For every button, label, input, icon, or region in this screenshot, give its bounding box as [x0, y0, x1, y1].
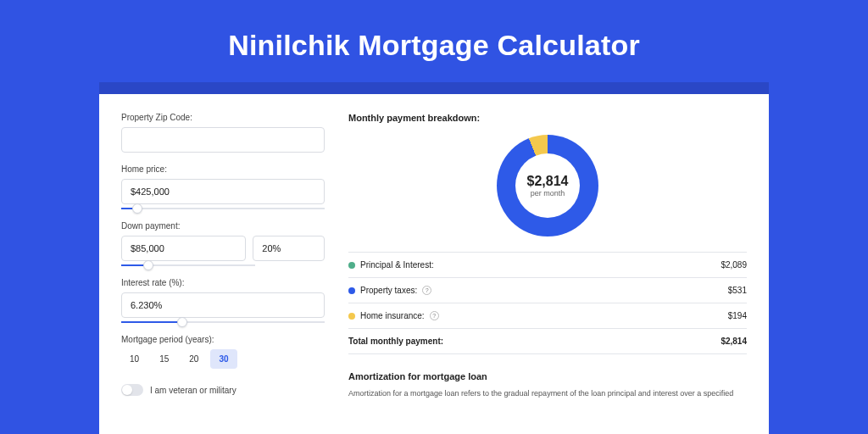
- home-price-input[interactable]: [121, 179, 325, 204]
- down-payment-field: Down payment:: [121, 221, 325, 266]
- row-value: $531: [728, 286, 747, 295]
- zip-input[interactable]: [121, 127, 325, 153]
- inputs-column: Property Zip Code: Home price: Down paym…: [121, 113, 325, 399]
- home-price-field: Home price:: [121, 164, 325, 209]
- payment-donut-chart: $2,814 per month: [497, 135, 598, 236]
- breakdown-column: Monthly payment breakdown: $2,814 per mo…: [348, 113, 747, 399]
- breakdown-row: Principal & Interest:$2,089: [348, 253, 747, 278]
- row-label: Principal & Interest:: [360, 260, 434, 270]
- period-tab-10[interactable]: 10: [121, 349, 147, 369]
- breakdown-row: Property taxes:?$531: [348, 278, 747, 303]
- down-payment-label: Down payment:: [121, 221, 325, 231]
- zip-label: Property Zip Code:: [121, 113, 325, 122]
- interest-rate-slider[interactable]: [121, 321, 325, 323]
- row-label: Property taxes:: [360, 286, 417, 295]
- period-tab-20[interactable]: 20: [181, 349, 207, 369]
- breakdown-rows: Principal & Interest:$2,089Property taxe…: [348, 252, 747, 354]
- veteran-row: I am veteran or military: [121, 384, 325, 396]
- help-icon[interactable]: ?: [422, 286, 431, 295]
- total-value: $2,814: [721, 337, 747, 346]
- down-payment-pct-input[interactable]: [253, 236, 325, 261]
- veteran-toggle[interactable]: [121, 384, 143, 396]
- row-value: $194: [728, 311, 747, 320]
- down-payment-slider[interactable]: [121, 264, 255, 266]
- mortgage-period-field: Mortgage period (years): 10152030: [121, 335, 325, 369]
- slider-thumb[interactable]: [132, 203, 142, 214]
- blue-dot-icon: [348, 287, 355, 294]
- slider-thumb[interactable]: [177, 317, 187, 327]
- slider-thumb[interactable]: [143, 260, 153, 270]
- donut-amount: $2,814: [527, 174, 569, 189]
- period-tab-15[interactable]: 15: [151, 349, 177, 369]
- page-title: Ninilchik Mortgage Calculator: [0, 29, 868, 62]
- veteran-label: I am veteran or military: [150, 386, 236, 395]
- home-price-slider[interactable]: [121, 208, 325, 209]
- breakdown-row: Home insurance:?$194: [348, 303, 747, 329]
- breakdown-title: Monthly payment breakdown:: [348, 113, 747, 123]
- mortgage-period-label: Mortgage period (years):: [121, 335, 325, 344]
- help-icon[interactable]: ?: [430, 311, 439, 320]
- interest-rate-label: Interest rate (%):: [121, 278, 325, 287]
- yellow-dot-icon: [348, 313, 355, 320]
- home-price-label: Home price:: [121, 164, 325, 174]
- row-label: Home insurance:: [360, 311, 425, 320]
- zip-field: Property Zip Code:: [121, 113, 325, 153]
- period-tab-30[interactable]: 30: [210, 349, 236, 369]
- mortgage-period-tabs: 10152030: [121, 349, 325, 369]
- donut-sub: per month: [527, 189, 569, 198]
- down-payment-input[interactable]: [121, 236, 246, 261]
- interest-rate-input[interactable]: [121, 292, 325, 318]
- amortization-title: Amortization for mortgage loan: [348, 371, 747, 381]
- card-band: Property Zip Code: Home price: Down paym…: [99, 82, 769, 434]
- interest-rate-field: Interest rate (%):: [121, 278, 325, 323]
- calculator-card: Property Zip Code: Home price: Down paym…: [99, 94, 769, 434]
- amortization-text: Amortization for a mortgage loan refers …: [348, 388, 747, 399]
- total-row: Total monthly payment:$2,814: [348, 329, 747, 354]
- row-value: $2,089: [721, 260, 747, 270]
- green-dot-icon: [348, 262, 355, 269]
- total-label: Total monthly payment:: [348, 337, 443, 346]
